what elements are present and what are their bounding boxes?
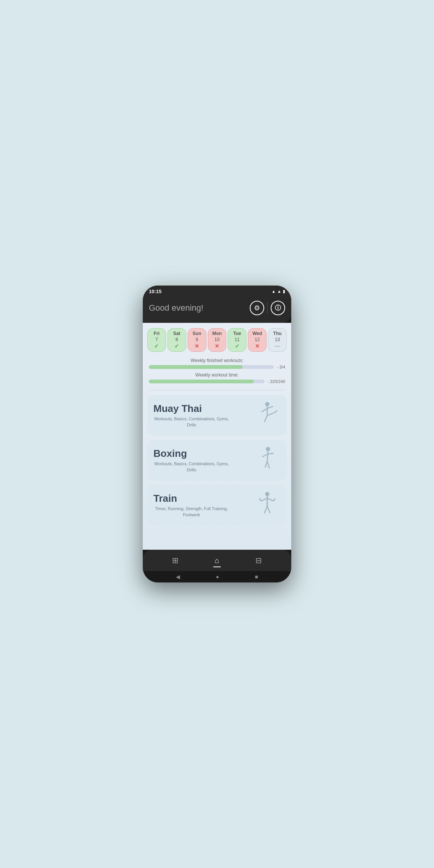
day-status-icon: ✓ [235,343,239,349]
svg-line-2 [262,408,267,412]
svg-line-8 [267,451,268,461]
svg-point-7 [266,447,270,451]
time-bar-fill [149,380,254,383]
svg-point-0 [265,402,269,406]
svg-line-5 [267,413,274,416]
svg-point-13 [265,491,269,496]
day-name: Sat [173,331,180,336]
day-name: Mon [212,331,222,336]
svg-line-6 [274,410,278,413]
svg-line-9 [262,454,268,457]
category-title: Muay Thai [153,403,254,415]
category-text: Train Timer, Running, Strength, Full Tra… [153,493,254,518]
svg-line-10 [268,453,274,454]
category-icon [254,445,281,475]
battery-icon: ▮ [283,289,285,294]
day-num: 7 [155,337,158,342]
bottom-nav: ⊞⌂⊟ [143,550,291,571]
day-num: 9 [196,337,198,342]
category-icon [254,400,281,431]
day-num: 12 [255,337,260,342]
category-icon [254,490,281,520]
category-title: Train [153,493,254,504]
day-name: Sun [193,331,201,336]
day-card-sun[interactable]: Sun 9 ✕ [188,328,206,352]
category-card-train[interactable]: Train Timer, Running, Strength, Full Tra… [147,485,287,526]
screen-content: Fri 7 ✓ Sat 8 ✓ Sun 9 ✕ Mon 10 ✕ Tue 11 … [143,323,291,550]
day-name: Tue [233,331,241,336]
svg-line-16 [259,498,261,501]
day-num: 13 [275,337,280,342]
category-subtitle: Timer, Running, Strength, Full Training,… [153,506,230,518]
workouts-label: Weekly finished workouts: [149,358,285,363]
day-num: 11 [235,337,239,342]
day-name: Fri [154,331,160,336]
day-card-thu[interactable]: Thu 13 — [268,328,287,352]
info-button[interactable]: ⓘ [271,301,285,315]
status-bar: 10:15 ▲ ▲ ▮ [143,286,291,297]
workouts-value: - 3/4 [277,365,285,369]
time-value: - 220/240 [268,379,285,384]
day-status-icon: ✕ [195,343,199,349]
workouts-bar-fill [149,365,243,369]
day-card-mon[interactable]: Mon 10 ✕ [208,328,227,352]
day-card-fri[interactable]: Fri 7 ✓ [147,328,166,352]
day-status-icon: ✕ [255,343,260,349]
svg-line-11 [265,461,267,468]
greeting-text: Good evening! [149,303,203,313]
time-label: Weekly workout time: [149,372,285,378]
home-nav[interactable]: ⌂ [210,555,224,566]
category-card-boxing[interactable]: Boxing Workouts, Basics, Combinations, G… [147,440,287,481]
category-title: Boxing [153,448,254,460]
svg-line-20 [267,506,270,513]
header-divider [267,302,268,314]
day-status-icon: ✓ [154,343,159,349]
home-button[interactable]: ● [216,574,219,580]
games-nav[interactable]: ⊞ [168,554,183,566]
header-buttons: ⚙ ⓘ [250,301,285,315]
signal-icon: ▲ [277,289,281,294]
svg-line-18 [274,498,275,501]
time-progress-row: - 220/240 [149,379,285,384]
list-nav[interactable]: ⊟ [251,554,266,566]
category-subtitle: Workouts, Basics, Combinations, Gyms, Dr… [153,416,230,428]
day-row: Fri 7 ✓ Sat 8 ✓ Sun 9 ✕ Mon 10 ✕ Tue 11 … [146,328,288,352]
svg-line-19 [265,506,268,513]
category-subtitle: Workouts, Basics, Combinations, Gyms, Dr… [153,461,230,473]
games-nav-icon: ⊞ [172,556,179,565]
time-bar-bg [149,380,265,383]
back-button[interactable]: ◀ [176,574,180,580]
svg-line-17 [267,498,274,501]
day-num: 10 [214,337,219,342]
day-card-wed[interactable]: Wed 12 ✕ [248,328,266,352]
svg-line-12 [267,461,270,468]
header: Good evening! ⚙ ⓘ [143,297,291,323]
day-num: 8 [176,337,178,342]
list-nav-icon: ⊟ [255,556,262,565]
category-card-muay-thai[interactable]: Muay Thai Workouts, Basics, Combinations… [147,395,287,436]
svg-line-4 [265,415,268,422]
day-card-tue[interactable]: Tue 11 ✓ [228,328,246,352]
home-nav-icon: ⌂ [215,556,219,565]
phone-frame: 10:15 ▲ ▲ ▮ Good evening! ⚙ ⓘ Fri 7 ✓ Sa… [143,286,291,582]
status-icons: ▲ ▲ ▮ [271,289,285,294]
categories: Muay Thai Workouts, Basics, Combinations… [143,392,291,529]
svg-line-3 [267,406,273,408]
workouts-bar-bg [149,365,274,369]
android-nav: ◀ ● ■ [143,571,291,582]
svg-line-15 [261,498,267,501]
day-status-icon: — [275,343,280,349]
settings-button[interactable]: ⚙ [250,301,264,315]
recent-button[interactable]: ■ [255,574,258,580]
category-text: Boxing Workouts, Basics, Combinations, G… [153,448,254,473]
day-card-sat[interactable]: Sat 8 ✓ [168,328,186,352]
day-status-icon: ✓ [174,343,179,349]
day-name: Thu [273,331,282,336]
day-status-icon: ✕ [215,343,219,349]
wifi-icon: ▲ [271,289,276,294]
status-time: 10:15 [149,289,161,294]
calendar-section: Fri 7 ✓ Sat 8 ✓ Sun 9 ✕ Mon 10 ✕ Tue 11 … [143,323,291,355]
category-text: Muay Thai Workouts, Basics, Combinations… [153,403,254,428]
section-divider [149,390,285,390]
progress-section: Weekly finished workouts: - 3/4 Weekly w… [143,355,291,388]
